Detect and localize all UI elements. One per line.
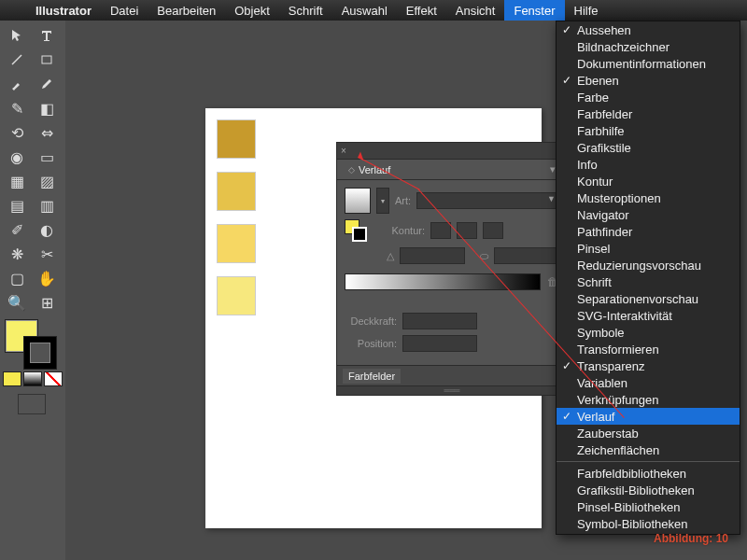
rotate-tool[interactable]: ⟲	[3, 121, 31, 144]
chip-gradient[interactable]	[23, 371, 42, 386]
column-graph-tool[interactable]: ▥	[33, 194, 61, 217]
menu-item-transformieren[interactable]: Transformieren	[557, 341, 740, 357]
position-label: Position:	[345, 338, 397, 349]
panel-resize-grip[interactable]: ═══	[337, 385, 567, 395]
menu-effekt[interactable]: Effekt	[397, 0, 446, 21]
menu-item-farbhilfe[interactable]: Farbhilfe	[557, 122, 740, 139]
menu-datei[interactable]: Datei	[101, 0, 148, 21]
artboard-tool[interactable]: ▢	[3, 267, 31, 289]
color-mode-chips	[3, 371, 63, 386]
menu-item-reduzierungsvorschau[interactable]: Reduzierungsvorschau	[557, 257, 740, 273]
svg-rect-1	[42, 56, 51, 63]
menu-item-dokumentinformationen[interactable]: Dokumentinformationen	[557, 55, 740, 72]
gradient-preset-dropdown[interactable]: ▾	[376, 188, 389, 214]
menu-item-verkn-pfungen[interactable]: Verknüpfungen	[557, 391, 740, 408]
gradient-type-select[interactable]: ▼	[416, 192, 559, 209]
blob-brush-tool[interactable]: ✎	[3, 97, 31, 119]
menu-item-musteroptionen[interactable]: Musteroptionen	[557, 189, 740, 206]
type-tool[interactable]	[33, 24, 61, 47]
rectangle-tool[interactable]	[33, 49, 61, 71]
free-transform-tool[interactable]: ▭	[33, 146, 61, 168]
fill-stroke-swatch[interactable]	[3, 319, 63, 370]
pencil-tool[interactable]	[33, 73, 61, 95]
menu-bearbeiten[interactable]: Bearbeiten	[148, 0, 225, 21]
slice-tool[interactable]: ✂	[33, 243, 61, 265]
selection-tool[interactable]	[3, 24, 31, 47]
blend-tool[interactable]: ◐	[33, 218, 61, 241]
width-tool[interactable]: ⇔	[33, 121, 61, 144]
menu-item-pathfinder[interactable]: Pathfinder	[557, 223, 740, 240]
perspective-tool[interactable]: ▦	[3, 170, 31, 192]
symbol-sprayer-tool[interactable]: ❋	[3, 243, 31, 265]
gradient-angle-input[interactable]	[400, 247, 465, 264]
menu-item-zauberstab[interactable]: Zauberstab	[557, 425, 740, 441]
menu-item-symbol-bibliotheken[interactable]: Symbol-Bibliotheken	[557, 515, 740, 532]
opacity-input[interactable]	[402, 313, 477, 329]
shape-builder-tool[interactable]: ◉	[3, 146, 31, 168]
gradient-preview[interactable]	[345, 188, 371, 214]
menu-item-pinsel-bibliotheken[interactable]: Pinsel-Bibliotheken	[557, 498, 740, 515]
sample-swatch-2	[217, 172, 256, 211]
gradient-ramp[interactable]	[345, 273, 541, 290]
menu-auswahl[interactable]: Auswahl	[332, 0, 397, 21]
panel-collapse-icon[interactable]: ×	[341, 146, 346, 156]
menu-schrift[interactable]: Schrift	[279, 0, 332, 21]
menu-item-grafikstile[interactable]: Grafikstile	[557, 139, 740, 156]
menu-item-svg-interaktivit-t[interactable]: SVG-Interaktivität	[557, 307, 740, 324]
menu-item-zeichenfl-chen[interactable]: Zeichenflächen	[557, 441, 740, 458]
panel-expand-icon[interactable]: ◇	[348, 165, 355, 175]
verlauf-tab[interactable]: ◇Verlauf	[343, 162, 396, 177]
menu-item-grafikstil-bibliotheken[interactable]: Grafikstil-Bibliotheken	[557, 482, 740, 498]
sample-swatch-3	[217, 224, 256, 263]
menu-item-farbfeldbibliotheken[interactable]: Farbfeldbibliotheken	[557, 465, 740, 482]
menubar: Illustrator Datei Bearbeiten Objekt Schr…	[0, 0, 747, 21]
fenster-dropdown: AussehenBildnachzeichnerDokumentinformat…	[556, 21, 740, 535]
menu-item-farbfelder[interactable]: Farbfelder	[557, 105, 740, 122]
print-tiling-tool[interactable]: ⊞	[33, 291, 61, 314]
menu-item-kontur[interactable]: Kontur	[557, 173, 740, 189]
menu-item-navigator[interactable]: Navigator	[557, 206, 740, 223]
stroke-swatch[interactable]	[23, 336, 57, 370]
zoom-tool[interactable]: 🔍	[3, 291, 31, 314]
svg-line-0	[12, 55, 21, 64]
menu-item-farbe[interactable]: Farbe	[557, 89, 740, 105]
menu-item-ebenen[interactable]: Ebenen	[557, 72, 740, 89]
panel-header[interactable]: × «	[337, 143, 567, 160]
angle-icon: △	[345, 250, 394, 262]
paintbrush-tool[interactable]	[3, 73, 31, 95]
stroke-align-3[interactable]	[483, 222, 503, 239]
menu-hilfe[interactable]: Hilfe	[565, 0, 608, 21]
menu-item-bildnachzeichner[interactable]: Bildnachzeichner	[557, 38, 740, 55]
eyedropper-tool[interactable]: ✐	[3, 218, 31, 241]
menu-fenster[interactable]: Fenster	[504, 0, 564, 21]
sample-swatch-4	[217, 276, 256, 315]
eraser-tool[interactable]: ◧	[33, 97, 61, 119]
art-label: Art:	[395, 195, 411, 206]
menu-item-verlauf[interactable]: Verlauf	[557, 408, 740, 425]
mesh-tool[interactable]: ▨	[33, 170, 61, 192]
menu-item-symbole[interactable]: Symbole	[557, 324, 740, 341]
chip-none[interactable]	[44, 371, 63, 386]
stroke-align-1[interactable]	[430, 222, 451, 239]
line-tool[interactable]	[3, 49, 31, 71]
menu-item-separationenvorschau[interactable]: Separationenvorschau	[557, 290, 740, 307]
screen-mode-button[interactable]	[18, 394, 46, 414]
figure-caption: Abbildung: 10	[654, 532, 728, 545]
panel-fill-stroke[interactable]	[345, 219, 367, 242]
kontur-label: Kontur:	[373, 225, 425, 236]
menu-ansicht[interactable]: Ansicht	[446, 0, 505, 21]
menu-objekt[interactable]: Objekt	[225, 0, 279, 21]
tools-panel: ✎◧ ⟲⇔ ◉▭ ▦▨ ▤▥ ✐◐ ❋✂ ▢✋ 🔍⊞	[0, 21, 65, 560]
menu-item-schrift[interactable]: Schrift	[557, 273, 740, 290]
gradient-aspect-input[interactable]	[494, 247, 559, 264]
farbfelder-tab[interactable]: Farbfelder	[343, 369, 401, 384]
hand-tool[interactable]: ✋	[33, 267, 61, 289]
position-input[interactable]	[402, 335, 477, 352]
gradient-tool[interactable]: ▤	[3, 194, 31, 217]
menu-item-info[interactable]: Info	[557, 156, 740, 173]
app-name[interactable]: Illustrator	[26, 4, 101, 18]
menu-item-aussehen[interactable]: Aussehen	[557, 21, 740, 38]
menu-item-pinsel[interactable]: Pinsel	[557, 240, 740, 257]
chip-color[interactable]	[3, 371, 21, 386]
menu-item-variablen[interactable]: Variablen	[557, 374, 740, 391]
